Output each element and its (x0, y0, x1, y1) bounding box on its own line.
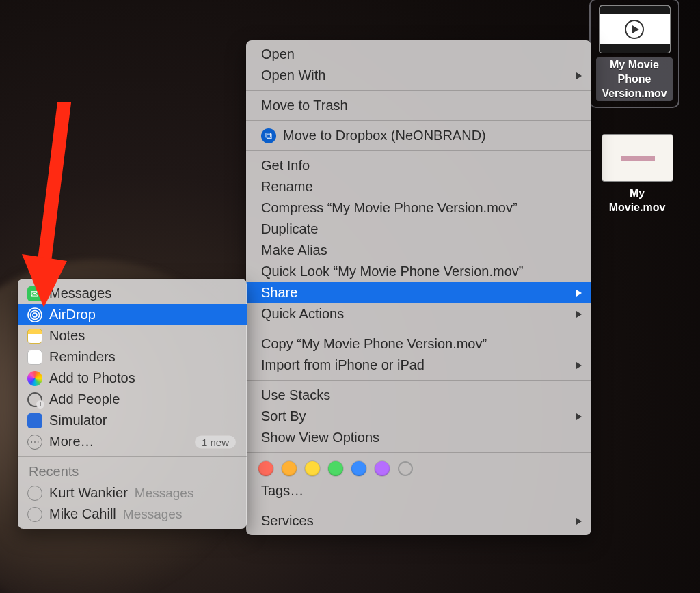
menu-separator (246, 380, 591, 381)
menu-item-open[interactable]: Open (246, 44, 591, 65)
share-item-add-to-photos[interactable]: Add to Photos (18, 368, 247, 389)
menu-separator (246, 452, 591, 453)
menu-item-label: Tags… (261, 483, 304, 499)
menu-item-move-to-dropbox-neonbrand[interactable]: ⧉Move to Dropbox (NeONBRAND) (246, 125, 591, 146)
notes-icon (27, 329, 42, 344)
svg-point-1 (31, 310, 40, 319)
desktop-file[interactable]: My Movie.mov (596, 134, 678, 216)
menu-item-services[interactable]: Services (246, 510, 591, 532)
menu-separator (246, 329, 591, 329)
recent-name: Kurt Wankier (49, 485, 128, 501)
menu-item-label: Make Alias (261, 243, 327, 258)
menu-separator (246, 150, 591, 151)
share-item-notes[interactable]: Notes (18, 325, 247, 346)
menu-item-label: Quick Actions (261, 306, 344, 322)
menu-item-make-alias[interactable]: Make Alias (246, 240, 591, 261)
menu-item-compress-my-movie-phone-version-mov[interactable]: Compress “My Movie Phone Version.mov” (246, 197, 591, 219)
menu-item-label: Duplicate (261, 221, 318, 237)
menu-item-rename[interactable]: Rename (246, 176, 591, 197)
tag-color[interactable] (351, 461, 366, 476)
file-name: My Movie.mov (596, 186, 678, 216)
menu-item-sort-by[interactable]: Sort By (246, 406, 591, 427)
menu-item-label: Add to Photos (49, 370, 135, 386)
tag-none[interactable] (398, 461, 413, 476)
file-name: My Movie Phone Version.mov (596, 57, 673, 101)
menu-item-label: Sort By (261, 409, 306, 424)
menu-item-import-from-iphone-or-ipad[interactable]: Import from iPhone or iPad (246, 355, 591, 376)
menu-item-label: Move to Trash (261, 98, 348, 113)
tag-color-row (246, 457, 591, 480)
video-thumbnail (599, 5, 671, 53)
menu-item-share[interactable]: Share (246, 282, 591, 303)
svg-point-0 (33, 313, 37, 317)
share-item-simulator[interactable]: Simulator (18, 410, 247, 431)
menu-item-label: Rename (261, 179, 313, 195)
badge: 1 new (195, 435, 236, 448)
tag-color[interactable] (282, 461, 297, 476)
menu-item-label: Reminders (49, 349, 116, 365)
dropbox-icon: ⧉ (261, 128, 276, 143)
menu-item-label: Use Stacks (261, 387, 330, 403)
simulator-icon (27, 413, 42, 428)
menu-item-quick-look-my-movie-phone-version-mov[interactable]: Quick Look “My Movie Phone Version.mov” (246, 261, 591, 282)
menu-separator (246, 90, 591, 91)
desktop-file-selected[interactable]: My Movie Phone Version.mov (593, 3, 675, 104)
more-icon: ⋯ (27, 435, 42, 450)
menu-item-label: Move to Dropbox (NeONBRAND) (283, 128, 486, 143)
menu-item-copy-my-movie-phone-version-mov[interactable]: Copy “My Movie Phone Version.mov” (246, 333, 591, 355)
menu-item-label: Open (261, 46, 295, 62)
menu-item-move-to-trash[interactable]: Move to Trash (246, 95, 591, 116)
video-thumbnail (602, 134, 673, 182)
menu-item-label: AirDrop (49, 307, 96, 322)
play-icon (625, 20, 644, 39)
tag-color[interactable] (258, 461, 273, 476)
menu-item-label: Get Info (261, 158, 310, 174)
reminders-icon (27, 350, 42, 365)
recent-via: Messages (123, 507, 183, 522)
menu-item-label: Share (261, 285, 297, 301)
menu-separator (246, 120, 591, 121)
recent-contact[interactable]: Kurt Wankier Messages (18, 482, 247, 504)
share-item-airdrop[interactable]: AirDrop (18, 304, 247, 325)
tag-color[interactable] (375, 461, 390, 476)
menu-item-label: Simulator (49, 413, 107, 428)
recent-contact[interactable]: Mike Cahill Messages (18, 504, 247, 525)
context-menu: OpenOpen WithMove to Trash⧉Move to Dropb… (246, 40, 591, 535)
menu-item-show-view-options[interactable]: Show View Options (246, 427, 591, 448)
recents-header: Recents (18, 461, 247, 482)
tag-color[interactable] (305, 461, 320, 476)
menu-item-duplicate[interactable]: Duplicate (246, 219, 591, 240)
menu-item-open-with[interactable]: Open With (246, 65, 591, 86)
menu-item-use-stacks[interactable]: Use Stacks (246, 385, 591, 406)
menu-separator (246, 506, 591, 506)
share-item-more[interactable]: ⋯More…1 new (18, 431, 247, 452)
svg-line-3 (44, 102, 64, 266)
menu-separator (18, 456, 247, 457)
airdrop-icon (27, 307, 42, 322)
menu-item-label: Open With (261, 68, 325, 83)
menu-item-label: Quick Look “My Movie Phone Version.mov” (261, 264, 524, 279)
share-item-messages[interactable]: ✉Messages (18, 283, 247, 304)
messages-icon: ✉ (27, 286, 42, 301)
photos-icon (27, 371, 42, 386)
menu-item-label: Services (261, 513, 314, 529)
menu-item-label: Messages (49, 286, 111, 301)
menu-item-label: Compress “My Movie Phone Version.mov” (261, 200, 517, 216)
recent-via: Messages (135, 486, 194, 501)
chat-bubble-icon (27, 507, 42, 522)
tag-color[interactable] (328, 461, 343, 476)
recent-name: Mike Cahill (49, 506, 116, 522)
menu-item-label: Copy “My Movie Phone Version.mov” (261, 336, 487, 352)
menu-item-label: More… (49, 434, 94, 450)
menu-item-label: Show View Options (261, 430, 379, 445)
menu-item-label: Add People (49, 391, 120, 407)
share-submenu: ✉MessagesAirDropNotesRemindersAdd to Pho… (18, 279, 247, 529)
share-item-reminders[interactable]: Reminders (18, 346, 247, 368)
chat-bubble-icon (27, 486, 42, 501)
menu-item-label: Import from iPhone or iPad (261, 357, 425, 373)
menu-item-label: Notes (49, 328, 85, 344)
menu-item-tags[interactable]: Tags… (246, 480, 591, 501)
menu-item-get-info[interactable]: Get Info (246, 155, 591, 176)
menu-item-quick-actions[interactable]: Quick Actions (246, 303, 591, 325)
share-item-add-people[interactable]: Add People (18, 389, 247, 410)
